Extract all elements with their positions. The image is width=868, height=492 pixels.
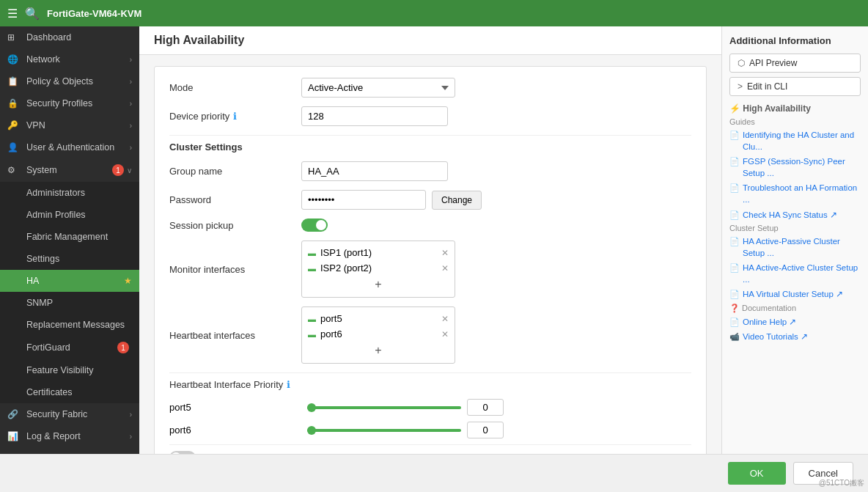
sidebar-item-security-fabric[interactable]: 🔗 Security Fabric › [0,403,139,425]
port5-priority-value[interactable] [467,399,504,416]
cluster-link-1[interactable]: 📄 HA Active-Passive Cluster Setup ... [729,235,861,259]
edit-in-cli-button[interactable]: > Edit in CLI [729,77,861,96]
sidebar-item-replacement-messages[interactable]: Replacement Messages [0,314,139,336]
sidebar-item-label: Policy & Objects [26,76,130,87]
chevron-right-icon: › [130,78,132,86]
mode-control: Active-Active Active-Passive Standalone [301,78,455,98]
chevron-right-icon: › [130,56,132,64]
heartbeat-interfaces-list: ▬ port5 ✕ ▬ port6 ✕ + [301,306,455,364]
remove-interface-button[interactable]: ✕ [441,263,449,273]
chevron-down-icon: ∨ [127,166,132,175]
sidebar-item-user-authentication[interactable]: 👤 User & Authentication › [0,136,139,158]
mode-row: Mode Active-Active Active-Passive Standa… [169,78,691,98]
documentation-label: ❓ Documentation [729,304,861,313]
sidebar-item-fortiguard[interactable]: FortiGuard 1 [0,336,139,359]
group-name-input[interactable] [301,161,448,181]
sidebar-item-security-profiles[interactable]: 🔒 Security Profiles › [0,92,139,114]
sidebar-item-label: FortiGuard [26,342,117,353]
sidebar-item-label: Log & Report [26,431,130,441]
cluster-link-2[interactable]: 📄 HA Active-Active Cluster Setup ... [729,262,861,285]
interface-name: ISP1 (port1) [320,247,437,258]
device-priority-input[interactable] [301,106,448,126]
guide-link-3[interactable]: 📄 Troubleshoot an HA Formation ... [729,182,861,205]
mgmt-interface-toggle[interactable] [169,451,196,454]
guide-link-4[interactable]: 📄 Check HA Sync Status ↗ [729,209,861,221]
watermark: @51CTO搬客 [819,478,864,488]
list-item: ▬ ISP2 (port2) ✕ [308,260,449,276]
remove-heartbeat-button[interactable]: ✕ [441,314,449,324]
sidebar-item-admin-profiles[interactable]: Admin Profiles [0,204,139,226]
sidebar-item-system[interactable]: ⚙ System 1 ∨ [0,158,139,182]
cluster-settings-title: Cluster Settings [169,142,691,153]
sidebar-item-certificates[interactable]: Certificates [0,381,139,403]
port6-priority-value[interactable] [467,422,504,438]
port6-priority-slider[interactable] [307,429,461,432]
security-profiles-icon: 🔒 [7,98,21,109]
app-title: FortiGate-VM64-KVM [47,8,861,19]
user-icon: 👤 [7,142,21,153]
group-name-control [301,161,448,181]
guides-label: Guides [729,117,861,126]
sidebar-item-label: SNMP [26,298,132,308]
cluster-link-3[interactable]: 📄 HA Virtual Cluster Setup ↗ [729,288,861,300]
help-icon: 📄 [729,317,740,328]
api-preview-icon: ⬡ [738,58,745,68]
sidebar-item-snmp[interactable]: SNMP [0,292,139,314]
guide-link-1[interactable]: 📄 Identifying the HA Cluster and Clu... [729,129,861,153]
right-panel: Additional Information ⬡ API Preview > E… [721,26,868,454]
vpn-icon: 🔑 [7,120,21,131]
monitor-interfaces-list: ▬ ISP1 (port1) ✕ ▬ ISP2 (port2) ✕ + [301,241,455,298]
sidebar-item-settings[interactable]: Settings [0,248,139,270]
sidebar-item-log-report[interactable]: 📊 Log & Report › [0,425,139,447]
sidebar-item-label: Settings [26,254,132,264]
session-pickup-label: Session pickup [169,220,301,231]
device-priority-row: Device priority ℹ [169,106,691,126]
remove-heartbeat-button[interactable]: ✕ [441,329,449,339]
network-icon: 🌐 [7,54,21,65]
sidebar-item-label: User & Authentication [26,142,130,153]
mode-label: Mode [169,82,301,93]
sidebar-item-feature-visibility[interactable]: Feature Visibility [0,359,139,381]
add-monitor-interface-button[interactable]: + [308,276,449,293]
guide-icon: 📄 [729,130,740,141]
form-area: Mode Active-Active Active-Passive Standa… [139,55,721,454]
port5-priority-slider[interactable] [307,406,461,409]
ok-button[interactable]: OK [728,462,786,485]
password-input[interactable] [301,190,426,210]
heartbeat-interfaces-control: ▬ port5 ✕ ▬ port6 ✕ + [301,306,455,364]
sidebar-item-dashboard[interactable]: ⊞ Dashboard [0,26,139,48]
main-form-card: Mode Active-Active Active-Passive Standa… [154,66,707,454]
ha-section-title: ⚡ High Availability [729,103,861,114]
password-label: Password [169,194,301,205]
guide-icon: 📄 [729,156,740,167]
chevron-right-icon: › [130,411,132,419]
api-preview-button[interactable]: ⬡ API Preview [729,54,861,73]
interface-icon: ▬ [308,264,316,273]
guide-link-2[interactable]: 📄 FGSP (Session-Sync) Peer Setup ... [729,155,861,179]
sidebar-item-ha[interactable]: HA ★ [0,270,139,292]
mode-select[interactable]: Active-Active Active-Passive Standalone [301,78,455,98]
sidebar-item-policy-objects[interactable]: 📋 Policy & Objects › [0,70,139,92]
menu-icon[interactable]: ☰ [7,7,18,21]
session-pickup-control [301,219,328,232]
heartbeat-priority-info-icon[interactable]: ℹ [287,379,290,390]
sidebar-item-label: Replacement Messages [26,320,132,330]
video-tutorials-link[interactable]: 📹 Video Tutorials ↗ [729,331,861,342]
sidebar: ⊞ Dashboard 🌐 Network › 📋 Policy & Objec… [0,26,139,454]
sidebar-item-administrators[interactable]: Administrators [0,182,139,204]
sidebar-item-vpn[interactable]: 🔑 VPN › [0,114,139,136]
device-priority-label: Device priority ℹ [169,111,301,122]
search-icon[interactable]: 🔍 [25,7,40,21]
sidebar-item-fabric-management[interactable]: Fabric Management [0,226,139,248]
device-priority-info-icon[interactable]: ℹ [233,111,237,122]
add-heartbeat-interface-button[interactable]: + [308,342,449,359]
remove-interface-button[interactable]: ✕ [441,248,449,258]
monitor-interfaces-label: Monitor interfaces [169,264,301,275]
main-layout: ⊞ Dashboard 🌐 Network › 📋 Policy & Objec… [0,26,868,454]
online-help-link[interactable]: 📄 Online Help ↗ [729,316,861,328]
star-icon: ★ [124,276,132,286]
change-password-button[interactable]: Change [432,191,482,210]
session-pickup-toggle[interactable] [301,219,328,232]
list-item: ▬ port5 ✕ [308,311,449,326]
sidebar-item-network[interactable]: 🌐 Network › [0,48,139,70]
